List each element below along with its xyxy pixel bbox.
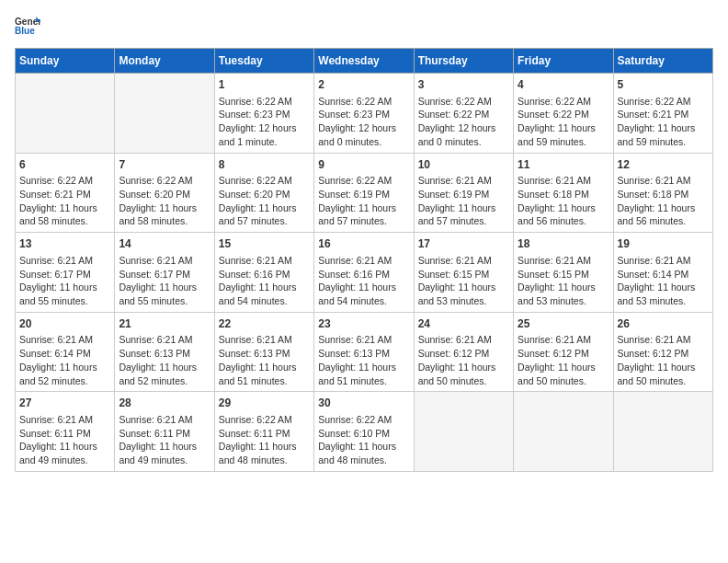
calendar-cell: 29Sunrise: 6:22 AMSunset: 6:11 PMDayligh… [214,392,313,472]
calendar-cell: 10Sunrise: 6:21 AMSunset: 6:19 PMDayligh… [414,153,513,233]
calendar-cell: 8Sunrise: 6:22 AMSunset: 6:20 PMDaylight… [214,153,313,233]
day-number: 16 [318,236,409,252]
cell-text: and 50 minutes. [618,374,709,388]
day-header-friday: Friday [514,49,613,74]
calendar-cell: 4Sunrise: 6:22 AMSunset: 6:22 PMDaylight… [514,74,613,154]
cell-text: Sunset: 6:14 PM [19,347,110,361]
calendar-table: SundayMondayTuesdayWednesdayThursdayFrid… [15,48,713,472]
cell-text: Sunset: 6:19 PM [418,188,509,201]
cell-text: Daylight: 12 hours [219,121,310,135]
calendar-cell: 13Sunrise: 6:21 AMSunset: 6:17 PMDayligh… [16,233,115,313]
cell-text: Sunset: 6:11 PM [119,427,210,441]
cell-text: Sunrise: 6:21 AM [19,254,110,268]
cell-text: Daylight: 11 hours [418,201,509,215]
cell-text: Daylight: 11 hours [318,201,409,215]
cell-text: Sunrise: 6:21 AM [518,174,609,188]
cell-text: Sunrise: 6:21 AM [119,413,210,427]
cell-text: and 53 minutes. [618,294,709,308]
cell-text: Sunrise: 6:21 AM [418,174,509,188]
cell-text: and 55 minutes. [119,294,210,308]
day-number: 27 [19,396,110,411]
calendar-cell [16,74,115,154]
cell-text: Daylight: 11 hours [518,201,609,215]
cell-text: and 55 minutes. [19,294,110,308]
cell-text: Daylight: 11 hours [119,281,210,294]
week-row-3: 13Sunrise: 6:21 AMSunset: 6:17 PMDayligh… [16,233,713,313]
cell-text: Sunset: 6:17 PM [19,268,110,282]
cell-text: Sunrise: 6:21 AM [19,413,110,427]
cell-text: Sunset: 6:22 PM [518,108,609,121]
cell-text: Sunrise: 6:22 AM [318,95,409,109]
day-number: 29 [219,396,310,411]
day-header-tuesday: Tuesday [214,49,313,74]
day-number: 7 [119,157,210,173]
cell-text: Sunset: 6:23 PM [219,108,310,121]
cell-text: Daylight: 11 hours [19,361,110,374]
cell-text: and 59 minutes. [618,135,709,149]
day-header-wednesday: Wednesday [314,49,414,74]
cell-text: Daylight: 11 hours [119,201,210,215]
cell-text: Daylight: 11 hours [418,361,509,374]
day-number: 11 [518,157,609,173]
cell-text: Daylight: 11 hours [19,281,110,294]
cell-text: Daylight: 11 hours [618,361,709,374]
calendar-cell: 27Sunrise: 6:21 AMSunset: 6:11 PMDayligh… [16,392,115,472]
cell-text: and 49 minutes. [19,454,110,467]
cell-text: and 54 minutes. [318,294,409,308]
cell-text: and 50 minutes. [418,374,509,388]
cell-text: Daylight: 11 hours [219,440,310,454]
day-number: 4 [518,77,609,93]
calendar-body: 1Sunrise: 6:22 AMSunset: 6:23 PMDaylight… [16,74,713,472]
cell-text: and 56 minutes. [518,214,609,228]
day-number: 21 [119,316,210,332]
cell-text: Sunset: 6:13 PM [318,347,409,361]
cell-text: and 48 minutes. [219,454,310,467]
cell-text: Sunrise: 6:21 AM [418,333,509,347]
cell-text: Daylight: 11 hours [618,281,709,294]
calendar-cell: 22Sunrise: 6:21 AMSunset: 6:13 PMDayligh… [214,312,313,392]
logo-icon: General Blue [15,15,40,37]
cell-text: Daylight: 12 hours [318,121,409,135]
calendar-cell: 21Sunrise: 6:21 AMSunset: 6:13 PMDayligh… [115,312,214,392]
cell-text: Sunset: 6:22 PM [418,108,509,121]
cell-text: Daylight: 11 hours [518,361,609,374]
cell-text: Daylight: 11 hours [418,281,509,294]
cell-text: Daylight: 11 hours [618,121,709,135]
day-header-thursday: Thursday [414,49,513,74]
cell-text: Sunset: 6:20 PM [119,188,210,201]
cell-text: Sunrise: 6:21 AM [618,254,709,268]
cell-text: Sunset: 6:12 PM [518,347,609,361]
calendar-cell [613,392,712,472]
day-number: 17 [418,236,509,252]
cell-text: Daylight: 12 hours [418,121,509,135]
cell-text: Sunrise: 6:21 AM [618,333,709,347]
day-number: 23 [318,316,409,332]
cell-text: Sunrise: 6:21 AM [19,333,110,347]
cell-text: Sunset: 6:16 PM [219,268,310,282]
cell-text: and 52 minutes. [119,374,210,388]
day-number: 10 [418,157,509,173]
cell-text: Daylight: 11 hours [219,201,310,215]
cell-text: Sunset: 6:11 PM [19,427,110,441]
calendar-cell: 26Sunrise: 6:21 AMSunset: 6:12 PMDayligh… [613,312,712,392]
day-number: 9 [318,157,409,173]
cell-text: and 57 minutes. [219,214,310,228]
cell-text: Sunset: 6:21 PM [19,188,110,201]
cell-text: and 56 minutes. [618,214,709,228]
cell-text: Sunrise: 6:22 AM [518,95,609,109]
calendar-header: SundayMondayTuesdayWednesdayThursdayFrid… [16,49,713,74]
day-number: 28 [119,396,210,411]
cell-text: and 54 minutes. [219,294,310,308]
cell-text: and 58 minutes. [19,214,110,228]
calendar-cell: 12Sunrise: 6:21 AMSunset: 6:18 PMDayligh… [613,153,712,233]
cell-text: Sunrise: 6:22 AM [119,174,210,188]
cell-text: and 51 minutes. [219,374,310,388]
calendar-cell: 15Sunrise: 6:21 AMSunset: 6:16 PMDayligh… [214,233,313,313]
day-number: 12 [618,157,709,173]
cell-text: Sunrise: 6:22 AM [219,413,310,427]
week-row-2: 6Sunrise: 6:22 AMSunset: 6:21 PMDaylight… [16,153,713,233]
cell-text: Sunrise: 6:21 AM [219,333,310,347]
day-number: 18 [518,236,609,252]
cell-text: Sunset: 6:15 PM [418,268,509,282]
calendar-cell: 2Sunrise: 6:22 AMSunset: 6:23 PMDaylight… [314,74,414,154]
